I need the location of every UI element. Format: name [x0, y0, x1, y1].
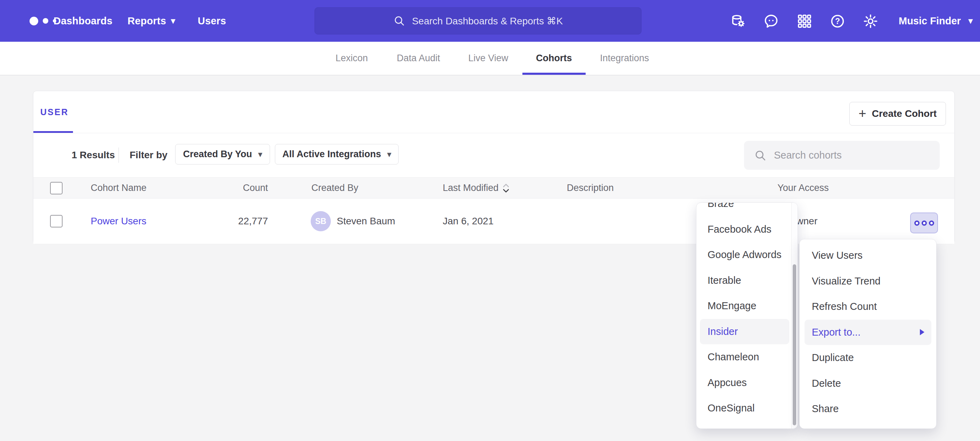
tab-lexicon[interactable]: Lexicon [336, 42, 368, 75]
submenu-item-appcues[interactable]: Appcues [697, 370, 791, 396]
tab-live-view[interactable]: Live View [468, 42, 508, 75]
settings-gear-icon[interactable] [862, 13, 878, 29]
data-management-tabs: Lexicon Data Audit Live View Cohorts Int… [0, 42, 980, 75]
column-header-description[interactable]: Description [567, 177, 614, 198]
nav-item-users[interactable]: Users [198, 0, 226, 42]
search-icon [754, 149, 767, 162]
menu-item-delete[interactable]: Delete [800, 371, 936, 396]
nav-item-dashboards[interactable]: Dashboards [54, 0, 113, 42]
submenu-scrollbar-thumb[interactable] [793, 264, 796, 425]
submenu-item-insider[interactable]: Insider [700, 319, 789, 345]
chevron-down-icon: ▾ [258, 150, 262, 158]
chevron-down-icon: ▾ [969, 17, 973, 25]
help-icon[interactable]: ? [829, 13, 845, 29]
search-icon [393, 14, 406, 27]
cohort-count: 22,777 [200, 198, 268, 244]
submenu-item-iterable[interactable]: Iterable [697, 268, 791, 294]
apps-grid-icon[interactable] [797, 13, 813, 29]
column-header-created-by[interactable]: Created By [311, 177, 358, 198]
submenu-item-chameleon[interactable]: Chameleon [697, 344, 791, 370]
menu-item-share[interactable]: Share [800, 396, 936, 422]
feedback-icon[interactable] [763, 13, 779, 29]
menu-item-export-to[interactable]: Export to... [805, 320, 931, 345]
create-cohort-button[interactable]: + Create Cohort [850, 102, 946, 126]
global-search-input[interactable]: Search Dashboards & Reports ⌘K [315, 7, 641, 34]
project-name: Music Finder [899, 15, 961, 27]
last-modified-cell: Jan 6, 2021 [443, 198, 493, 244]
cohort-actions-menu: View Users Visualize Trend Refresh Count… [799, 239, 937, 429]
submenu-item-onesignal[interactable]: OneSignal [697, 395, 791, 421]
column-header-your-access[interactable]: Your Access [777, 177, 829, 198]
ellipsis-icon [914, 220, 920, 226]
row-more-actions-button[interactable] [910, 213, 938, 233]
filter-integrations-dropdown[interactable]: All Active Integrations ▾ [275, 144, 399, 165]
submenu-item-moengage[interactable]: MoEngage [697, 293, 791, 319]
menu-item-visualize-trend[interactable]: Visualize Trend [800, 268, 936, 294]
global-search-placeholder: Search Dashboards & Reports ⌘K [412, 15, 563, 27]
divider [33, 133, 954, 133]
select-all-checkbox[interactable] [50, 182, 62, 195]
menu-item-refresh-count[interactable]: Refresh Count [800, 294, 936, 320]
menu-item-duplicate[interactable]: Duplicate [800, 345, 936, 371]
column-header-count[interactable]: Count [200, 177, 268, 198]
cohort-name-link[interactable]: Power Users [91, 198, 146, 244]
top-navbar: Dashboards Reports ▾ Users Search Dashbo… [0, 0, 980, 42]
results-count: 1 Results [72, 133, 115, 177]
data-integrations-icon[interactable] [730, 13, 746, 29]
sort-icon[interactable] [502, 183, 510, 193]
search-cohorts-input[interactable]: Search cohorts [744, 141, 940, 170]
creator-name: Steven Baum [337, 216, 395, 227]
submenu-item-facebook-ads[interactable]: Facebook Ads [697, 217, 791, 243]
tab-data-audit[interactable]: Data Audit [397, 42, 440, 75]
column-header-cohort-name[interactable]: Cohort Name [91, 177, 146, 198]
filter-by-label: Filter by [130, 133, 167, 177]
avatar: SB [311, 211, 331, 231]
project-switcher[interactable]: Music Finder ▾ [899, 0, 973, 42]
chevron-down-icon: ▾ [171, 17, 175, 25]
search-cohorts-placeholder: Search cohorts [774, 150, 842, 161]
submenu-scrollbar-track[interactable] [791, 203, 797, 428]
export-destinations-list: Braze Facebook Ads Google Adwords Iterab… [697, 203, 797, 421]
svg-text:?: ? [835, 17, 840, 26]
ellipsis-icon [929, 220, 934, 226]
created-by-cell: SB Steven Baum [311, 198, 395, 244]
menu-item-view-users[interactable]: View Users [800, 243, 936, 268]
column-header-last-modified[interactable]: Last Modified [443, 177, 510, 198]
submenu-item-braze[interactable]: Braze [697, 203, 791, 217]
export-destinations-submenu: Braze Facebook Ads Google Adwords Iterab… [696, 203, 798, 429]
submenu-arrow-icon [920, 329, 924, 335]
filter-created-by-dropdown[interactable]: Created By You ▾ [175, 144, 270, 165]
tab-integrations[interactable]: Integrations [600, 42, 649, 75]
ellipsis-icon [922, 220, 927, 226]
nav-item-reports[interactable]: Reports ▾ [127, 0, 175, 42]
tab-user-cohorts[interactable]: USER [40, 107, 68, 117]
row-checkbox[interactable] [50, 215, 62, 227]
tab-cohorts[interactable]: Cohorts [536, 42, 572, 75]
chevron-down-icon: ▾ [388, 150, 391, 158]
mixpanel-logo-icon[interactable] [30, 0, 56, 42]
cohorts-panel: USER + Create Cohort 1 Results Filter by… [33, 91, 955, 243]
divider [118, 147, 119, 163]
submenu-item-google-adwords[interactable]: Google Adwords [697, 242, 791, 268]
cohort-actions-list: View Users Visualize Trend Refresh Count… [800, 239, 936, 422]
